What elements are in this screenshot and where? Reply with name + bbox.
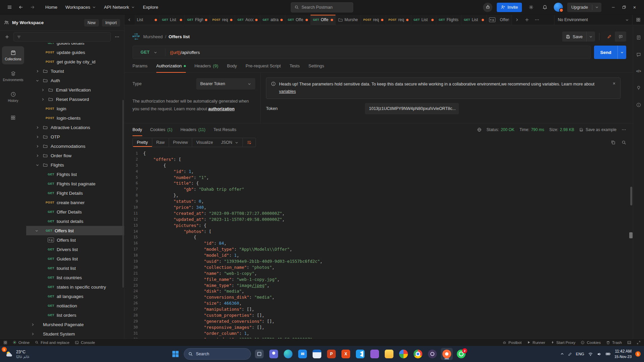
tree-request-row[interactable]: GETGuides list: [26, 254, 124, 263]
visual-studio-icon[interactable]: [369, 348, 381, 360]
new-tab-plus-icon[interactable]: [522, 15, 532, 25]
chevron-down-icon[interactable]: [625, 18, 629, 22]
request-tab[interactable]: GETFligh: [185, 15, 210, 25]
comments-icon[interactable]: [615, 32, 626, 42]
nav-item-home[interactable]: Home: [42, 3, 61, 11]
copy-icon[interactable]: [611, 140, 615, 145]
response-options-icon[interactable]: [622, 127, 626, 132]
edge-icon[interactable]: [282, 348, 294, 360]
file-explorer-icon[interactable]: [383, 348, 395, 360]
notifications-bell-icon[interactable]: [540, 3, 549, 12]
tree-collection-row[interactable]: Student System: [26, 329, 124, 339]
tree-request-row[interactable]: GETOffers list: [26, 226, 124, 235]
network-globe-icon[interactable]: [477, 127, 482, 132]
request-tab[interactable]: GETList: [160, 15, 185, 25]
related-requests-bulb-icon[interactable]: [636, 85, 641, 90]
chevron-right-icon[interactable]: [30, 332, 35, 336]
notification-count-badge[interactable]: 1: [635, 351, 641, 357]
tab-options-icon[interactable]: [532, 15, 542, 25]
back-arrow-icon[interactable]: [16, 3, 25, 12]
statusbar-find-and-replace[interactable]: Find and replace: [35, 341, 69, 345]
upgrade-button[interactable]: Upgrade: [567, 3, 601, 12]
statusbar-online[interactable]: Online: [13, 341, 30, 345]
tabs-scroll-left-icon[interactable]: [124, 15, 135, 25]
save-button[interactable]: Save: [562, 32, 595, 42]
tree-folder-row[interactable]: Flights: [26, 160, 124, 170]
wrap-text-icon[interactable]: [243, 138, 256, 147]
sidebar-rail-environments[interactable]: Environments: [2, 67, 24, 85]
tree-request-row[interactable]: GETguides details: [26, 43, 124, 48]
window-close-icon[interactable]: ×: [630, 3, 639, 12]
window-minimize-icon[interactable]: [608, 3, 618, 12]
response-tab-cookies[interactable]: Cookies(1): [150, 123, 172, 136]
global-search-input[interactable]: Search Postman: [291, 2, 353, 12]
info-icon[interactable]: [636, 103, 641, 107]
request-tab[interactable]: POSTreq: [386, 15, 411, 25]
format-selector[interactable]: JSON: [217, 138, 243, 147]
view-pretty[interactable]: Pretty: [133, 138, 152, 147]
settings-gear-icon[interactable]: [526, 3, 536, 12]
breadcrumb-collection[interactable]: Mursheed: [143, 34, 163, 39]
status-grid-icon[interactable]: [3, 341, 7, 345]
chevron-right-icon[interactable]: [35, 154, 40, 158]
comments-icon[interactable]: [636, 52, 641, 57]
request-tab[interactable]: GETOffe: [285, 15, 311, 25]
chevron-right-icon[interactable]: [30, 323, 35, 326]
tabs-scroll-right-icon[interactable]: [512, 15, 522, 25]
powerpoint-icon[interactable]: P: [325, 348, 337, 360]
tree-request-row[interactable]: GETlist countries: [26, 273, 124, 282]
calendar-icon[interactable]: [311, 348, 323, 360]
battery-icon[interactable]: [605, 351, 611, 357]
volume-icon[interactable]: [597, 352, 602, 357]
app-x-icon[interactable]: X: [340, 348, 352, 360]
tree-folder-row[interactable]: OTP: [26, 132, 124, 141]
teams-icon[interactable]: [268, 348, 280, 360]
collection-filter-input[interactable]: [13, 32, 111, 42]
pen-input-icon[interactable]: [568, 352, 572, 356]
workspace-name[interactable]: My Workspace: [12, 20, 81, 25]
start-button[interactable]: [169, 348, 181, 360]
chevron-right-icon[interactable]: [40, 88, 45, 92]
chevron-down-icon[interactable]: [592, 5, 601, 9]
tree-request-row[interactable]: GETlist orders: [26, 310, 124, 320]
expand-icon[interactable]: [637, 341, 641, 345]
hamburger-menu-icon[interactable]: [5, 3, 14, 12]
view-visualize[interactable]: Visualize: [192, 138, 217, 147]
tree-collection-row[interactable]: Mursheed Pagenate: [26, 320, 124, 329]
sidebar-rail-collections[interactable]: Collections: [2, 46, 24, 64]
task-view-icon[interactable]: [253, 348, 265, 360]
chevron-down-icon[interactable]: [34, 229, 39, 233]
url-input[interactable]: {{url}}/api/offers: [165, 50, 205, 55]
tab-params[interactable]: Params: [132, 59, 148, 72]
mail-icon[interactable]: ✉: [297, 348, 309, 360]
view-preview[interactable]: Preview: [169, 138, 192, 147]
request-tab[interactable]: GETFlights: [436, 15, 462, 25]
send-button[interactable]: Send: [594, 46, 626, 59]
chevron-right-icon[interactable]: [35, 126, 40, 129]
authorization-link[interactable]: authorization: [208, 107, 234, 111]
nav-item-api-network[interactable]: API Network: [100, 3, 139, 11]
tree-example-row[interactable]: e.g.Offers list: [26, 235, 124, 245]
chevron-down-icon[interactable]: [35, 79, 40, 82]
nav-item-explore[interactable]: Explore: [139, 3, 162, 11]
statusbar-start-proxy[interactable]: Start Proxy: [551, 341, 576, 345]
panel-layout-icon[interactable]: [627, 341, 631, 345]
sidebar-rail-apis[interactable]: [2, 109, 24, 127]
pane-resize-handle[interactable]: [629, 232, 633, 238]
breadcrumb-request-name[interactable]: Offers list: [169, 34, 190, 39]
tree-folder-row[interactable]: Email Verification: [26, 85, 124, 95]
tree-scrollbar[interactable]: [122, 100, 124, 288]
request-tab[interactable]: POSTreq: [210, 15, 235, 25]
request-tab[interactable]: Murshe: [336, 15, 361, 25]
tree-request-row[interactable]: POSTget guide by city_id: [26, 57, 124, 66]
request-tab[interactable]: GETAcco: [235, 15, 260, 25]
vscode-icon[interactable]: [354, 348, 366, 360]
taskbar-search-input[interactable]: Search: [184, 348, 251, 360]
tab-tests[interactable]: Tests: [289, 59, 300, 72]
more-options-icon[interactable]: [113, 32, 121, 42]
user-avatar[interactable]: [554, 3, 563, 12]
response-tab-body[interactable]: Body: [132, 123, 142, 136]
weather-widget[interactable]: 23°Cغائم غالبًا: [5, 346, 30, 362]
chevron-down-icon[interactable]: [35, 163, 40, 167]
import-button[interactable]: Import: [102, 19, 120, 26]
